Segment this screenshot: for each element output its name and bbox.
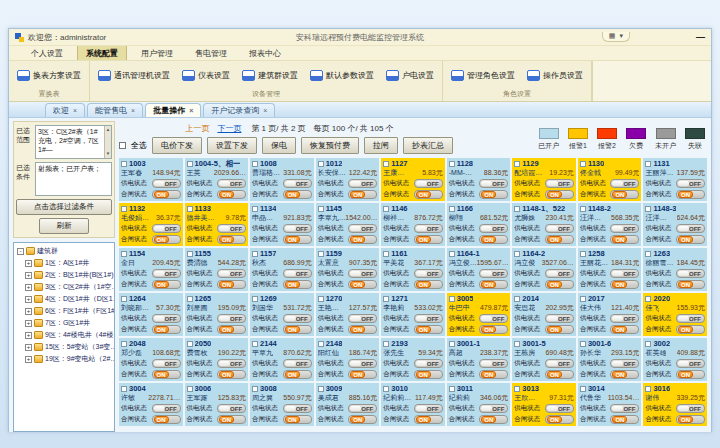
switch-status-toggle[interactable]: ON	[348, 280, 377, 289]
tab-close-icon[interactable]: ×	[263, 107, 267, 114]
meter-card[interactable]: 1008 曹瑞格… 331.08元 供电状态 OFF 合闸状态 ON	[250, 158, 314, 201]
card-checkbox[interactable]	[318, 206, 324, 212]
supply-status-toggle[interactable]: OFF	[676, 224, 705, 233]
prev-page-link[interactable]: 上一页	[185, 124, 209, 133]
switch-status-toggle[interactable]: ON	[610, 280, 639, 289]
menu-item-售电管理[interactable]: 售电管理	[187, 46, 235, 60]
supply-status-toggle[interactable]: OFF	[152, 224, 181, 233]
supply-status-toggle[interactable]: OFF	[217, 359, 246, 368]
card-checkbox[interactable]	[514, 251, 520, 257]
supply-status-toggle[interactable]: OFF	[152, 404, 181, 413]
meter-card[interactable]: 1127 王康… 5.83元 供电状态 OFF 合闸状态 ON	[381, 158, 445, 201]
meter-card[interactable]: 3013 王欣… 97.31元 供电状态 OFF 合闸状态 ON	[512, 383, 576, 426]
selected-range-listbox[interactable]: 3区：C区2#表（1#充电，2#空调，7区1#— ▲ ▼	[35, 125, 112, 159]
meter-card[interactable]: 1265 刘星圃 195.09元 供电状态 OFF 合闸状态 ON	[185, 293, 249, 336]
menu-item-个人设置[interactable]: 个人设置	[23, 46, 71, 60]
switch-status-toggle[interactable]: ON	[217, 415, 246, 424]
action-button-抄表汇总[interactable]: 抄表汇总	[403, 137, 453, 154]
supply-status-toggle[interactable]: OFF	[479, 224, 508, 233]
meter-card[interactable]: 1164-2 冯立俊 3527.06… 供电状态 OFF 合闸状态 ON	[512, 248, 576, 291]
meter-card[interactable]: 3011 纪莉莉 346.06元 供电状态 OFF 合闸状态 ON	[447, 383, 511, 426]
supply-status-toggle[interactable]: OFF	[545, 224, 574, 233]
tree-node[interactable]: + 4区：D区1#井（D区1…	[17, 293, 114, 305]
card-checkbox[interactable]	[580, 161, 586, 167]
switch-status-toggle[interactable]: ON	[152, 370, 181, 379]
switch-status-toggle[interactable]: ON	[414, 325, 443, 334]
card-checkbox[interactable]	[449, 341, 455, 347]
meter-card[interactable]: 1134 申晶… 921.83元 供电状态 OFF 合闸状态 ON	[250, 203, 314, 246]
action-button-设置下发[interactable]: 设置下发	[207, 137, 257, 154]
switch-status-toggle[interactable]: ON	[610, 415, 639, 424]
tree-root-node[interactable]: - 建筑群	[17, 245, 114, 257]
card-checkbox[interactable]	[514, 296, 520, 302]
supply-status-toggle[interactable]: OFF	[610, 224, 639, 233]
switch-status-toggle[interactable]: ON	[414, 415, 443, 424]
card-checkbox[interactable]	[449, 296, 455, 302]
supply-status-toggle[interactable]: OFF	[217, 224, 246, 233]
card-checkbox[interactable]	[580, 386, 586, 392]
card-checkbox[interactable]	[449, 161, 455, 167]
tree-node[interactable]: + 3区：C区2#井（1#空…	[17, 281, 114, 293]
switch-status-toggle[interactable]: ON	[676, 370, 705, 379]
switch-status-toggle[interactable]: ON	[283, 190, 312, 199]
supply-status-toggle[interactable]: OFF	[610, 314, 639, 323]
switch-status-toggle[interactable]: ON	[676, 325, 705, 334]
supply-status-toggle[interactable]: OFF	[283, 269, 312, 278]
card-checkbox[interactable]	[252, 161, 258, 167]
card-checkbox[interactable]	[580, 206, 586, 212]
card-checkbox[interactable]	[121, 251, 127, 257]
card-checkbox[interactable]	[187, 161, 193, 167]
meter-card[interactable]: 2193 张先生 59.34元 供电状态 OFF 合闸状态 ON	[381, 338, 445, 381]
tab-close-icon[interactable]: ×	[189, 107, 193, 114]
supply-status-toggle[interactable]: OFF	[217, 314, 246, 323]
tab-能管售电[interactable]: 能管售电 ×	[87, 103, 143, 117]
meter-card[interactable]: 1157 秋杰 686.99元 供电状态 OFF 合闸状态 ON	[250, 248, 314, 291]
switch-status-toggle[interactable]: ON	[348, 325, 377, 334]
meter-card[interactable]: 2017 佳大伟 121.40元 供电状态 OFF 合闸状态 ON	[578, 293, 642, 336]
tab-close-icon[interactable]: ×	[131, 107, 135, 114]
supply-status-toggle[interactable]: OFF	[676, 404, 705, 413]
meter-card[interactable]: 1159 太置意 907.35元 供电状态 OFF 合闸状态 ON	[316, 248, 380, 291]
tree-node[interactable]: + 15区：5#变站（3#变…	[17, 341, 114, 353]
switch-status-toggle[interactable]: ON	[676, 190, 705, 199]
switch-status-toggle[interactable]: ON	[676, 280, 705, 289]
card-checkbox[interactable]	[514, 341, 520, 347]
card-checkbox[interactable]	[580, 341, 586, 347]
card-checkbox[interactable]	[187, 251, 193, 257]
scroll-up-icon[interactable]: ▲	[106, 127, 110, 133]
card-checkbox[interactable]	[121, 386, 127, 392]
meter-card[interactable]: 1148-3 汪洋… 624.64元 供电状态 OFF 合闸状态 ON	[643, 203, 707, 246]
switch-status-toggle[interactable]: ON	[610, 370, 639, 379]
supply-status-toggle[interactable]: OFF	[283, 359, 312, 368]
meter-card[interactable]: 1148-2 汪洋… 568.35元 供电状态 OFF 合闸状态 ON	[578, 203, 642, 246]
tree-expander-icon[interactable]: +	[25, 296, 32, 303]
supply-status-toggle[interactable]: OFF	[348, 224, 377, 233]
meter-card[interactable]: 1003 王军春 148.94元 供电状态 OFF 合闸状态 ON	[119, 158, 183, 201]
tree-expander-icon[interactable]: +	[25, 272, 32, 279]
meter-card[interactable]: 1164-1 冯立俊… 1595.67… 供电状态 OFF 合闸状态 ON	[447, 248, 511, 291]
card-checkbox[interactable]	[383, 296, 389, 302]
supply-status-toggle[interactable]: OFF	[217, 269, 246, 278]
switch-status-toggle[interactable]: ON	[610, 190, 639, 199]
meter-card[interactable]: 1264 刘晓郡… 57.30元 供电状态 OFF 合闸状态 ON	[119, 293, 183, 336]
supply-status-toggle[interactable]: OFF	[152, 269, 181, 278]
meter-card[interactable]: 1271 李艳莉 533.02元 供电状态 OFF 合闸状态 ON	[381, 293, 445, 336]
supply-status-toggle[interactable]: OFF	[479, 359, 508, 368]
switch-status-toggle[interactable]: ON	[348, 235, 377, 244]
switch-status-toggle[interactable]: ON	[217, 325, 246, 334]
ribbon-button-建筑群设置[interactable]: 建筑群设置	[240, 68, 300, 83]
supply-status-toggle[interactable]: OFF	[414, 404, 443, 413]
meter-card[interactable]: 2148 阳红仙 186.74元 供电状态 OFF 合闸状态 ON	[316, 338, 380, 381]
card-checkbox[interactable]	[187, 296, 193, 302]
supply-status-toggle[interactable]: OFF	[414, 224, 443, 233]
supply-status-toggle[interactable]: OFF	[414, 359, 443, 368]
supply-status-toggle[interactable]: OFF	[348, 359, 377, 368]
listbox-scrollbar[interactable]: ▲ ▼	[104, 126, 111, 158]
card-checkbox[interactable]	[383, 341, 389, 347]
meter-card[interactable]: 2050 费雪枚 190.22元 供电状态 OFF 合闸状态 ON	[185, 338, 249, 381]
card-checkbox[interactable]	[318, 296, 324, 302]
supply-status-toggle[interactable]: OFF	[283, 179, 312, 188]
supply-status-toggle[interactable]: OFF	[610, 404, 639, 413]
supply-status-toggle[interactable]: OFF	[479, 269, 508, 278]
card-checkbox[interactable]	[514, 386, 520, 392]
